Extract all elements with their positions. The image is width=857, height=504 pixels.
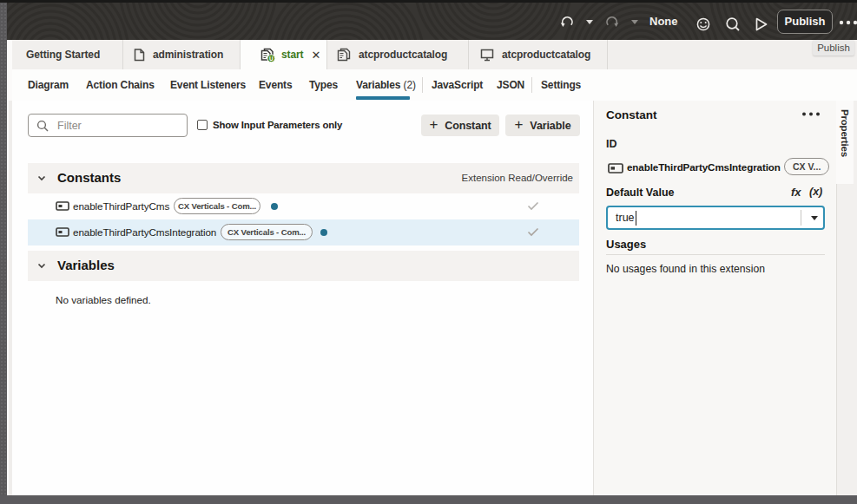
svg-text:U: U	[269, 55, 274, 61]
